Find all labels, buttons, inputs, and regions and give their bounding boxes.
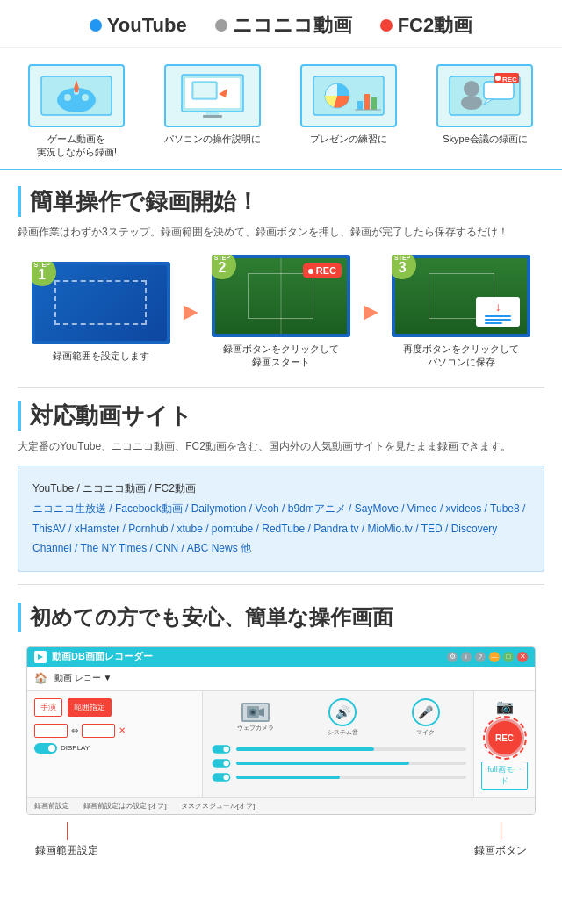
app-home-icon: 🏠 xyxy=(34,672,47,684)
app-icon-symbol: ▶ xyxy=(38,653,43,661)
usecase-pc-caption: パソコンの操作説明に xyxy=(164,133,261,146)
step2-badge-num: 2 xyxy=(219,261,227,275)
header-label-youtube: YouTube xyxy=(107,14,187,37)
step1-badge-num: 1 xyxy=(38,268,46,282)
step2-rec-badge: REC xyxy=(303,263,342,278)
mic-icon: 🎤 xyxy=(412,698,440,726)
snapshot-icon: 📷 xyxy=(496,698,514,715)
save-lines xyxy=(485,315,511,324)
section2-title: 対応動画サイト xyxy=(18,401,544,431)
capture-region-btn[interactable]: 範囲指定 xyxy=(68,698,112,717)
section3-title: 初めての方でも安心、簡単な操作画面 xyxy=(18,603,544,632)
mic-icon-group: 🎤 マイク xyxy=(412,698,440,737)
beginner-section: 初めての方でも安心、簡単な操作画面 ▶ 動画DB画面レコーダー ⚙ i ? ― … xyxy=(0,585,562,876)
capture-full-btn[interactable]: 手演 xyxy=(34,698,62,717)
speaker-icon: 🔊 xyxy=(328,698,357,726)
app-titlebar-icon: ▶ xyxy=(34,651,47,663)
footer-item-2: 録画前設定はの設定 [オフ] xyxy=(83,801,167,811)
dot-youtube xyxy=(90,19,102,32)
webcam-toggle[interactable] xyxy=(213,745,231,754)
annotation-capture-range: 録画範囲設定 xyxy=(35,822,98,858)
sites-box: YouTube / ニコニコ動画 / FC2動画 ニコニコ生放送 / Faceb… xyxy=(18,466,544,572)
step3-caption: 再度ボタンをクリックしてパソコンに保存 xyxy=(403,343,519,370)
mic-toggle[interactable] xyxy=(213,773,231,782)
header-section: YouTube ニコニコ動画 FC2動画 xyxy=(0,0,562,48)
svg-rect-27 xyxy=(484,82,514,99)
svg-point-26 xyxy=(461,96,482,110)
capture-btn-row: 手演 範囲指定 xyxy=(34,698,195,717)
system-toggle[interactable] xyxy=(213,759,231,768)
mic-label: マイク xyxy=(416,728,435,737)
svg-rect-19 xyxy=(357,101,363,110)
display-toggle[interactable] xyxy=(34,743,57,754)
step1-caption: 録画範囲を設定します xyxy=(53,350,149,363)
step3-item: STEP 3 ↓ xyxy=(386,255,536,370)
usecase-pres: プレゼンの練習に xyxy=(289,64,408,146)
header-label-fc2: FC2動画 xyxy=(398,12,473,39)
titlebar-minimize-button[interactable]: ― xyxy=(489,652,500,662)
titlebar-close-button[interactable]: ✕ xyxy=(517,652,528,662)
svg-point-4 xyxy=(82,94,89,101)
step3-badge-num: 3 xyxy=(399,261,407,275)
app-icon-row: ウェブカメラ 🔊 システム音 🎤 マイク xyxy=(210,698,466,737)
save-arrow-icon: ↓ xyxy=(495,300,501,314)
usecase-pc: パソコンの操作説明に xyxy=(153,64,272,146)
annotation-label-1: 録画範囲設定 xyxy=(35,843,98,858)
svg-point-30 xyxy=(495,76,501,81)
section1-title: 簡単操作で録画開始！ xyxy=(18,186,544,217)
width-input[interactable]: 706 xyxy=(34,724,68,738)
usecase-game: ゲーム動画を実況しながら録画! xyxy=(17,64,136,160)
slider-3[interactable] xyxy=(236,776,466,779)
step2-caption: 録画ボタンをクリックして録画スタート xyxy=(223,343,339,370)
app-right-panel: 📷 REC full画モード xyxy=(473,691,535,797)
webcam-icon-group: ウェブカメラ xyxy=(237,703,274,733)
usecase-skype-img: REC xyxy=(436,64,533,127)
slider-fill-2 xyxy=(236,762,409,765)
usecase-game-caption: ゲーム動画を実況しながら録画! xyxy=(37,133,117,160)
usecase-pres-img xyxy=(300,64,397,127)
header-item-niconico: ニコニコ動画 xyxy=(215,12,352,39)
annotation-label-2: 録画ボタン xyxy=(474,843,527,858)
step1-item: STEP 1 録画範囲を設定します xyxy=(26,262,176,363)
rec-button-label: REC xyxy=(495,733,514,743)
svg-rect-7 xyxy=(75,87,78,92)
app-footer: 録画前設定 録画前設定はの設定 [オフ] タスクスジュール[オフ] xyxy=(27,797,535,814)
usecase-game-img xyxy=(28,64,125,127)
svg-point-25 xyxy=(464,81,479,97)
dot-niconico xyxy=(215,19,227,32)
svg-rect-21 xyxy=(371,97,377,110)
height-input[interactable]: 960 xyxy=(82,724,115,738)
svg-text:REC: REC xyxy=(502,76,517,83)
footer-item-3: タスクスジュール[オフ] xyxy=(181,801,255,811)
display-toggle-row: DISPLAY xyxy=(34,743,195,754)
slider-2[interactable] xyxy=(236,762,466,765)
annotation-line-2 xyxy=(501,822,501,840)
slider-1[interactable] xyxy=(236,747,466,751)
app-mockup: ▶ 動画DB画面レコーダー ⚙ i ? ― □ ✕ 🏠 動画 レコー ▼ 手演 xyxy=(26,646,536,815)
slider-row-1 xyxy=(210,744,466,754)
app-left-panel: 手演 範囲指定 706 ⇔ 960 ✕ DISPLAY xyxy=(27,691,203,797)
svg-rect-14 xyxy=(206,112,219,115)
svg-point-34 xyxy=(251,711,255,714)
steps-row: STEP 1 録画範囲を設定します ► STEP 2 xyxy=(18,255,544,370)
app-body: 手演 範囲指定 706 ⇔ 960 ✕ DISPLAY xyxy=(27,691,535,797)
size-unit-icon: ✕ xyxy=(119,725,126,735)
slider-fill-1 xyxy=(236,747,374,751)
easy-record-section: 簡単操作で録画開始！ 録画作業はわずか3ステップ。録画範囲を決めて、録画ボタンを… xyxy=(0,170,562,387)
titlebar-settings-icon[interactable]: ⚙ xyxy=(447,652,458,662)
fullscreen-mode-btn[interactable]: full画モード xyxy=(481,762,528,790)
titlebar-maximize-button[interactable]: □ xyxy=(503,652,514,662)
titlebar-help-icon[interactable]: ? xyxy=(475,652,486,662)
footer-item-1: 録画前設定 xyxy=(34,801,69,811)
slider-fill-3 xyxy=(236,776,340,779)
svg-rect-20 xyxy=(364,94,370,110)
svg-point-3 xyxy=(64,94,71,101)
step2-item: STEP 2 REC xyxy=(206,255,356,370)
webcam-icon xyxy=(241,703,270,722)
section2-desc: 大定番のYouTube、ニコニコ動画、FC2動画を含む、国内外の人気動画サイトを… xyxy=(18,438,544,455)
titlebar-info-icon[interactable]: i xyxy=(461,652,472,662)
rec-button[interactable]: REC xyxy=(486,718,524,757)
step3-save-box: ↓ xyxy=(476,297,520,327)
size-row: 706 ⇔ 960 ✕ xyxy=(34,724,195,738)
app-titlebar-controls: ⚙ i ? ― □ ✕ xyxy=(447,652,528,662)
